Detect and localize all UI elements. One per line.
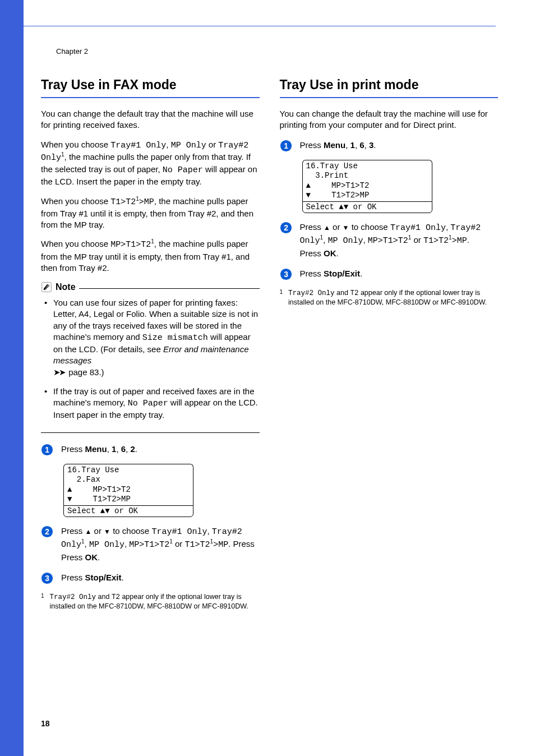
note-item-1: You can use four sizes of paper for prin… [41,297,260,378]
print-step-2: 2 Press ▲ or ▼ to choose Tray#1 Only, Tr… [280,221,499,260]
note-icon [41,282,52,293]
step-number-2-icon: 2 [280,222,292,234]
fax-footnote-1: 1 Tray#2 Only and T2 appear only if the … [41,592,260,611]
fax-step-2: 2 Press ▲ or ▼ to choose Tray#1 Only, Tr… [41,525,260,564]
step-number-3-icon: 3 [280,268,292,280]
svg-rect-0 [42,283,52,292]
svg-text:1: 1 [284,141,288,150]
step-number-2-icon: 2 [41,525,53,538]
print-footnote-1: 1 Tray#2 Only and T2 appear only if the … [280,288,499,307]
note-label: Note [56,282,76,292]
fax-step-3: 3 Press Stop/Exit. [41,571,260,584]
step-number-3-icon: 3 [41,572,53,584]
right-column: Tray Use in print mode You can change th… [280,77,499,611]
fax-step-1: 1 Press Menu, 1, 6, 2. [41,443,260,456]
fax-p2: When you choose Tray#1 Only, MP Only or … [41,139,260,188]
side-tab [0,0,24,756]
svg-text:2: 2 [45,527,49,536]
print-step-1: 1 Press Menu, 1, 6, 3. [280,139,499,152]
fax-p3: When you choose T1>T21>MP, the machine p… [41,196,260,231]
chapter-label: Chapter 2 [56,47,88,56]
note-item-2: If the tray is out of paper and received… [41,386,260,421]
page-number: 18 [41,719,50,728]
print-step-3: 3 Press Stop/Exit. [280,268,499,280]
fax-p4: When you choose MP>T1>T21, the machine p… [41,238,260,274]
print-lcd: 16.Tray Use 3.Print ▲ MP>T1>T2 ▼ T1>T2>M… [302,160,432,213]
fax-intro: You can change the default tray that the… [41,108,260,131]
section-title-fax: Tray Use in FAX mode [41,77,260,98]
step-number-1-icon: 1 [41,444,53,456]
print-intro: You can change the default tray the mach… [280,108,499,131]
left-column: Tray Use in FAX mode You can change the … [41,77,260,611]
fax-lcd: 16.Tray Use 2.Fax ▲ MP>T1>T2 ▼ T1>T2>MP … [63,464,193,517]
step-number-1-icon: 1 [280,140,292,152]
note-block: Note You can use four sizes of paper for… [41,282,260,433]
svg-text:3: 3 [45,574,49,582]
section-title-print: Tray Use in print mode [280,77,499,98]
svg-text:2: 2 [284,223,288,232]
svg-text:1: 1 [45,445,49,454]
svg-text:3: 3 [284,270,288,278]
header-rule [24,26,496,26]
